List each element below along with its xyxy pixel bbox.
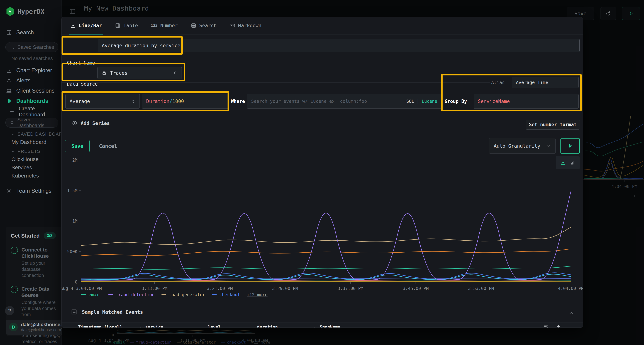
tab-number[interactable]: 123Number bbox=[150, 17, 179, 34]
laptop-icon bbox=[6, 88, 12, 94]
team-settings-label: Team Settings bbox=[16, 188, 51, 194]
sidebar-item-clickhouse[interactable]: ClickHouse bbox=[12, 156, 39, 162]
sidebar-item-search[interactable]: Search bbox=[0, 28, 34, 37]
series-pink-unlabeled bbox=[81, 280, 571, 281]
chart-name-label: Chart Name bbox=[67, 60, 95, 66]
presets-header[interactable]: PRESETS bbox=[0, 149, 40, 154]
chevron-down-icon bbox=[546, 143, 551, 149]
field-token: Duration bbox=[146, 98, 170, 104]
bell-icon bbox=[6, 78, 12, 84]
column-header-service[interactable]: service bbox=[145, 325, 198, 328]
field-expression-input[interactable]: Duration/1000 bbox=[142, 94, 228, 109]
run-query-button[interactable] bbox=[560, 138, 580, 154]
alias-label: Alias bbox=[491, 80, 505, 85]
play-icon bbox=[567, 143, 573, 149]
grid-icon bbox=[6, 98, 12, 104]
legend-label: email bbox=[88, 292, 102, 297]
series-gold-unlabeled bbox=[81, 281, 571, 282]
cancel-button[interactable]: Cancel bbox=[96, 140, 120, 152]
lucene-toggle[interactable]: Lucene bbox=[422, 99, 437, 104]
add-series-button[interactable]: Add Series bbox=[72, 120, 110, 126]
set-number-format-button[interactable]: Set number format bbox=[526, 120, 580, 130]
get-started-item: Create Data SourceConfigure where your d… bbox=[11, 286, 62, 318]
where-search-input[interactable]: Search your events w/ Lucene ex. column:… bbox=[247, 94, 441, 109]
no-saved-searches-text: No saved searches bbox=[12, 56, 53, 61]
x-axis-tick: 3:29:00 PM bbox=[272, 286, 298, 291]
legend-item-load-generator[interactable]: load-generator bbox=[161, 292, 205, 297]
column-header-timestamp-local-[interactable]: Timestamp (Local) bbox=[78, 325, 136, 328]
hyperdx-logo-icon bbox=[6, 7, 14, 16]
saved-dashboards-input[interactable]: Saved Dashboards bbox=[5, 118, 58, 128]
sidebar-item-team-settings[interactable]: Team Settings bbox=[0, 187, 51, 195]
divider bbox=[62, 306, 583, 306]
where-label: Where bbox=[231, 99, 245, 104]
saved-dashboards-placeholder: Saved Dashboards bbox=[17, 117, 58, 128]
x-axis-tick: 3:37:00 PM bbox=[338, 286, 364, 291]
brand: HyperDX bbox=[6, 7, 44, 16]
column-resize-handle[interactable] bbox=[252, 325, 252, 328]
get-started-item: Connect to ClickHouseSet up your databas… bbox=[11, 247, 62, 278]
tab-table[interactable]: Table bbox=[114, 17, 139, 34]
series-load-generator bbox=[81, 227, 571, 245]
get-started-title: Get Started bbox=[11, 233, 40, 239]
chevron-down-icon bbox=[11, 149, 15, 154]
field-token: 1000 bbox=[172, 98, 184, 104]
help-button[interactable]: ? bbox=[5, 306, 14, 315]
legend-item-checkout[interactable]: checkout bbox=[212, 292, 240, 297]
sql-toggle[interactable]: SQL bbox=[406, 99, 414, 104]
tab-search[interactable]: Search bbox=[190, 17, 218, 34]
sidebar-item-kubernetes[interactable]: Kubernetes bbox=[12, 173, 39, 179]
chart-name-input[interactable]: Average duration by service bbox=[98, 39, 580, 52]
column-header-spanname[interactable]: SpanName bbox=[320, 325, 391, 328]
save-button[interactable]: Save bbox=[65, 140, 90, 152]
table-list-icon bbox=[71, 309, 77, 315]
sidebar-item-client-sessions[interactable]: Client Sessions bbox=[0, 86, 54, 95]
group-by-input[interactable]: ServiceName bbox=[474, 94, 578, 109]
alias-input[interactable]: Average Time bbox=[512, 77, 578, 88]
saved-searches-input[interactable]: Saved Searches bbox=[5, 42, 58, 52]
tab-line-bar[interactable]: Line/Bar bbox=[69, 17, 103, 34]
table-sort-icon[interactable] bbox=[543, 324, 549, 328]
sidebar-item-chart-explorer[interactable]: Chart Explorer bbox=[0, 66, 52, 75]
sidebar-item-label: Dashboards bbox=[16, 98, 48, 104]
sidebar-item-services[interactable]: Services bbox=[12, 164, 32, 171]
collapse-section-icon[interactable] bbox=[568, 310, 574, 316]
avatar: D bbox=[9, 323, 18, 332]
column-header-level[interactable]: level bbox=[208, 325, 247, 328]
y-axis-tick: 1.5M bbox=[67, 188, 78, 193]
tab-label: Search bbox=[199, 23, 217, 28]
data-source-select[interactable]: Traces bbox=[97, 67, 182, 79]
sidebar-item-label: Chart Explorer bbox=[16, 67, 52, 74]
sidebar-item-alerts[interactable]: Alerts bbox=[0, 76, 30, 85]
text-cursor bbox=[181, 42, 181, 49]
column-resize-handle[interactable] bbox=[140, 325, 140, 328]
series-green-unlabeled bbox=[81, 281, 571, 281]
legend-label: load-generator bbox=[169, 292, 205, 297]
saved-dashboards-header[interactable]: SAVED DASHBOARDS bbox=[0, 132, 62, 137]
number-icon: 123 bbox=[151, 23, 158, 28]
sidebar-item-my-dashboard[interactable]: My Dashboard bbox=[12, 139, 46, 145]
column-resize-handle[interactable] bbox=[314, 325, 315, 328]
column-header-duration[interactable]: duration bbox=[257, 325, 310, 328]
create-dashboard-button[interactable]: Create Dashboard bbox=[0, 107, 62, 116]
search-doc-icon bbox=[6, 29, 12, 35]
y-axis-tick: 0 bbox=[75, 280, 78, 285]
download-icon[interactable] bbox=[556, 324, 561, 328]
y-axis-tick: 500K bbox=[67, 249, 78, 254]
granularity-select[interactable]: Auto Granularity bbox=[489, 138, 556, 154]
aggregation-select[interactable]: Average bbox=[66, 94, 140, 109]
series-fraud-detection bbox=[81, 192, 571, 281]
user-menu[interactable]: D dale@clickhouse.c dale@clickhouse.com'… bbox=[6, 320, 62, 335]
legend-item-email[interactable]: email bbox=[81, 292, 102, 297]
where-placeholder: Search your events w/ Lucene ex. column:… bbox=[251, 99, 367, 104]
legend-more-link[interactable]: +12 more bbox=[247, 292, 268, 297]
y-axis-tick: 1M bbox=[72, 219, 78, 224]
tab-label: Line/Bar bbox=[79, 23, 102, 28]
sidebar-item-label: Search bbox=[16, 29, 34, 36]
x-axis-tick: 3:45:00 PM bbox=[403, 286, 429, 291]
tab-markdown[interactable]: Markdown bbox=[228, 17, 262, 34]
select-updown-icon bbox=[173, 71, 178, 75]
column-resize-handle[interactable] bbox=[203, 325, 203, 328]
x-axis-tick: 3:53:00 PM bbox=[468, 286, 494, 291]
legend-item-fraud-detection[interactable]: fraud-detection bbox=[108, 292, 154, 297]
